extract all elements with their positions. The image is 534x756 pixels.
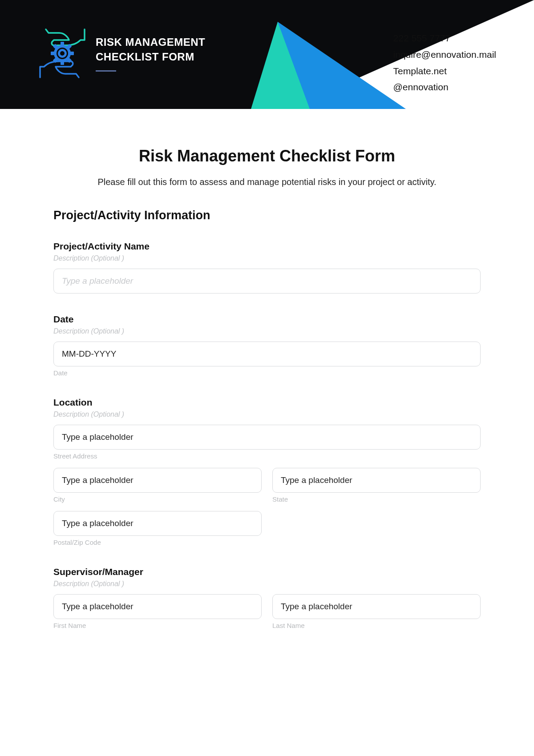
header: RISK MANAGEMENT CHECKLIST FORM 222 555 7… bbox=[0, 0, 534, 116]
sublabel-state: State bbox=[272, 495, 481, 503]
input-state[interactable] bbox=[272, 468, 481, 493]
sublabel-date: Date bbox=[53, 369, 481, 377]
field-supervisor: Supervisor/Manager Description (Optional… bbox=[53, 567, 481, 629]
contact-phone: 222 555 7777 bbox=[393, 30, 496, 47]
logo-block: RISK MANAGEMENT CHECKLIST FORM bbox=[38, 27, 205, 80]
header-title-line1: RISK MANAGEMENT bbox=[96, 35, 205, 49]
contact-email: inquire@ennovation.mail bbox=[393, 47, 496, 63]
svg-point-9 bbox=[60, 51, 65, 56]
sublabel-city: City bbox=[53, 495, 262, 503]
label-supervisor: Supervisor/Manager bbox=[53, 567, 481, 577]
input-first-name[interactable] bbox=[53, 594, 262, 619]
input-last-name[interactable] bbox=[272, 594, 481, 619]
desc-location: Description (Optional ) bbox=[53, 410, 481, 418]
desc-project-name: Description (Optional ) bbox=[53, 254, 481, 262]
sublabel-postal: Postal/Zip Code bbox=[53, 539, 262, 546]
sublabel-last-name: Last Name bbox=[272, 622, 481, 629]
input-postal[interactable] bbox=[53, 511, 262, 536]
sublabel-first-name: First Name bbox=[53, 622, 262, 629]
sublabel-street: Street Address bbox=[53, 452, 481, 460]
page-title: Risk Management Checklist Form bbox=[53, 147, 481, 165]
contact-site: Template.net bbox=[393, 63, 496, 80]
desc-date: Description (Optional ) bbox=[53, 327, 481, 335]
page-body: Risk Management Checklist Form Please fi… bbox=[0, 116, 534, 629]
field-location: Location Description (Optional ) Street … bbox=[53, 397, 481, 546]
section-heading-project-info: Project/Activity Information bbox=[53, 209, 481, 222]
desc-supervisor: Description (Optional ) bbox=[53, 580, 481, 588]
header-title-line2: CHECKLIST FORM bbox=[96, 50, 205, 64]
input-street-address[interactable] bbox=[53, 425, 481, 450]
page-subtitle: Please fill out this form to assess and … bbox=[53, 177, 481, 187]
hands-gear-icon bbox=[38, 27, 87, 80]
field-project-name: Project/Activity Name Description (Optio… bbox=[53, 241, 481, 294]
field-date: Date Description (Optional ) Date bbox=[53, 314, 481, 377]
label-date: Date bbox=[53, 314, 481, 325]
contact-block: 222 555 7777 inquire@ennovation.mail Tem… bbox=[393, 30, 496, 96]
input-project-name[interactable] bbox=[53, 269, 481, 294]
input-date[interactable] bbox=[53, 342, 481, 366]
label-location: Location bbox=[53, 397, 481, 408]
header-underline bbox=[96, 70, 116, 72]
contact-handle: @ennovation bbox=[393, 79, 496, 96]
label-project-name: Project/Activity Name bbox=[53, 241, 481, 252]
input-city[interactable] bbox=[53, 468, 262, 493]
